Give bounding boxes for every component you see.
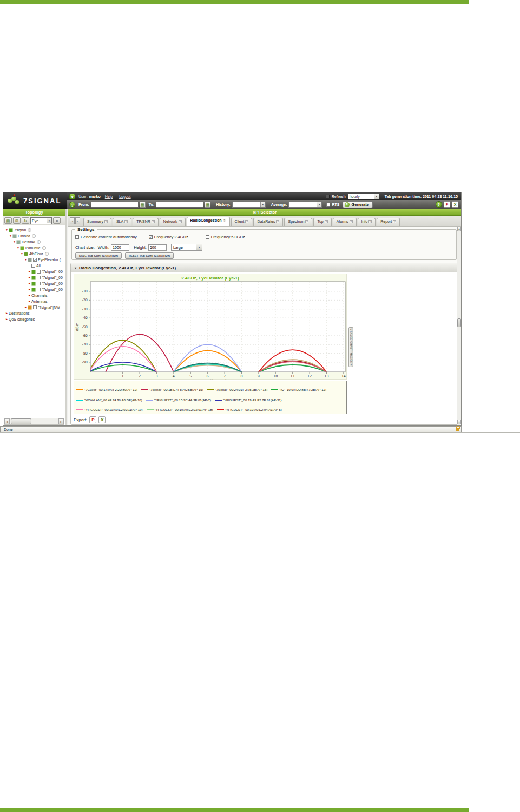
expander-open-icon[interactable]: ▼ (9, 233, 12, 239)
refresh-interval-select[interactable]: hourly ▾ (348, 194, 379, 199)
tree-node--7signal-00[interactable]: ►"7signal"_00 (3, 275, 65, 281)
tab-help-icon[interactable]: ? (152, 220, 155, 223)
average-select[interactable]: ▾ (288, 202, 322, 208)
from-input[interactable] (91, 202, 139, 208)
tree-node-4thfloor[interactable]: ▼4thFloori (3, 251, 65, 257)
generate-button[interactable]: ↻ Generate (343, 201, 373, 208)
expander-closed-icon[interactable]: ► (28, 269, 31, 275)
tab-network[interactable]: Network? (160, 218, 186, 226)
tab-datarates[interactable]: DataRates? (253, 218, 283, 226)
freq-50ghz-checkbox[interactable] (206, 235, 209, 239)
scroll-up-icon[interactable]: ▲ (457, 227, 461, 231)
logout-link[interactable]: Logout (119, 195, 130, 198)
scroll-thumb[interactable] (11, 418, 31, 424)
tab-radiocongestion[interactable]: RadioCongestion? (187, 217, 230, 226)
scroll-left-icon[interactable]: ◄ (4, 418, 10, 424)
sidebar-horizontal-scrollbar[interactable]: ◄ ► (4, 418, 64, 425)
expander-closed-icon[interactable]: ► (28, 292, 31, 298)
reset-tab-configuration-button[interactable]: RESET TAB CONFIGURATION (125, 252, 174, 259)
tab-summary[interactable]: Summary? (83, 218, 111, 226)
tab-spectrum[interactable]: Spectrum? (284, 218, 312, 226)
height-input[interactable] (148, 244, 167, 251)
tab-help-icon[interactable]: ? (276, 220, 279, 223)
tree-node-all[interactable]: All (3, 263, 65, 269)
expander-open-icon[interactable]: ▼ (5, 227, 9, 233)
expander-closed-icon[interactable]: ► (28, 281, 31, 287)
tab-info[interactable]: Info? (358, 218, 376, 226)
freq-24ghz-checkbox[interactable]: ✓ (149, 235, 153, 239)
expander-closed-icon[interactable]: ► (28, 287, 31, 292)
help-icon[interactable]: ? (69, 202, 75, 208)
tree-node-eyeelevator-[interactable]: ▼✓EyeElevator ( (3, 257, 65, 263)
expander-closed-icon[interactable]: ► (28, 275, 31, 281)
tab-help-icon[interactable]: ? (368, 220, 372, 223)
expand-all-button[interactable]: ⊞ (13, 217, 21, 224)
tab-help-icon[interactable]: ? (245, 220, 248, 223)
tree-node--7signal-00[interactable]: ►"7signal"_00 (3, 281, 65, 287)
main-vertical-scrollbar[interactable]: ▲ ▼ (457, 227, 461, 424)
tab-top[interactable]: Top? (313, 218, 331, 226)
refresh-tree-button[interactable]: ↻ (22, 217, 29, 224)
expander-closed-icon[interactable]: ► (5, 316, 9, 322)
tree-node-qos-categories[interactable]: ►QoS categories (3, 316, 65, 322)
tree-checkbox[interactable] (37, 282, 41, 285)
export-pdf-icon[interactable]: P (89, 416, 96, 423)
view-select[interactable]: Eye ▾ (30, 217, 52, 224)
list-button[interactable]: ≡ (53, 217, 61, 224)
generate-auto-checkbox[interactable] (75, 235, 79, 239)
saved-chart-images-splitter[interactable]: ► SAVED CHART IMAGES ◄ (348, 327, 353, 367)
tab-help-icon[interactable]: ? (179, 220, 182, 223)
to-input[interactable] (156, 202, 203, 208)
tab-help-icon[interactable]: ? (124, 220, 128, 223)
header-app-icon[interactable]: ▾ (69, 194, 75, 199)
tree-node-destinations[interactable]: ►Destinations (3, 310, 65, 316)
chart-size-select[interactable]: Large ▾ (171, 244, 202, 251)
excel-export-icon[interactable]: X (452, 201, 458, 208)
expander-closed-icon[interactable]: ► (24, 304, 28, 310)
tree-node-helsinki[interactable]: ▼Helsinkii (3, 239, 65, 245)
tab-report[interactable]: Report? (377, 218, 400, 226)
tree-checkbox[interactable]: ✓ (33, 258, 37, 262)
expander-open-icon[interactable]: ▼ (20, 251, 24, 257)
section-header[interactable]: ▾ Radio Congestion, 2.4GHz, EyeElevator … (71, 263, 457, 272)
expander-open-icon[interactable]: ▼ (24, 257, 28, 263)
tab-client[interactable]: Client? (231, 218, 253, 226)
tree-node--7signal-nw-[interactable]: ►"7signal"|NW- (3, 304, 65, 310)
rts-checkbox[interactable] (326, 203, 330, 207)
tabs-scroll-left-icon[interactable]: ◄ (70, 217, 75, 224)
tree-node-finland[interactable]: ▼Finlandi (3, 233, 65, 239)
scroll-thumb[interactable] (457, 318, 461, 327)
calendar-icon[interactable]: ▦ (140, 202, 146, 208)
tab-sla[interactable]: SLA? (113, 218, 131, 226)
width-input[interactable] (111, 244, 129, 251)
calendar-icon[interactable]: ▦ (205, 202, 210, 208)
tab-tp/snr[interactable]: TP/SNR? (133, 218, 159, 226)
expander-open-icon[interactable]: ▼ (16, 245, 20, 251)
expander-open-icon[interactable]: ▼ (12, 239, 16, 245)
tree-node-channels[interactable]: ►Channels (3, 292, 65, 298)
tree-checkbox[interactable] (37, 276, 41, 279)
tab-alarms[interactable]: Alarms? (333, 218, 357, 226)
expander-closed-icon[interactable]: ► (5, 310, 9, 316)
tab-help-icon[interactable]: ? (223, 219, 226, 222)
tab-help-icon[interactable]: ? (325, 220, 328, 223)
tree-node--7signal-00[interactable]: ►"7signal"_00 (3, 269, 65, 275)
tab-help-icon[interactable]: ? (104, 220, 108, 223)
history-select[interactable]: ▾ (232, 202, 266, 208)
tab-help-icon[interactable]: ? (350, 220, 353, 223)
export-excel-icon[interactable]: X (98, 416, 106, 423)
help-icon[interactable]: ? (436, 201, 442, 208)
printer-button[interactable]: ▤ (4, 217, 12, 224)
help-link[interactable]: Help (105, 195, 113, 198)
tree-node-7signal[interactable]: ▼7signali (3, 227, 65, 233)
tree-node--7signal-00[interactable]: ►"7signal"_00 (3, 287, 65, 292)
pdf-export-icon[interactable]: P (444, 201, 450, 208)
expander-closed-icon[interactable]: ► (28, 298, 31, 304)
refresh-checkbox[interactable] (326, 195, 330, 198)
scroll-right-icon[interactable]: ► (58, 418, 64, 424)
tree-node-antennas[interactable]: ►Antennas (3, 298, 65, 304)
save-tab-configuration-button[interactable]: SAVE TAB CONFIGURATION (75, 252, 122, 259)
tab-help-icon[interactable]: ? (393, 220, 396, 223)
tree-checkbox[interactable] (37, 288, 41, 291)
tab-help-icon[interactable]: ? (305, 220, 308, 223)
